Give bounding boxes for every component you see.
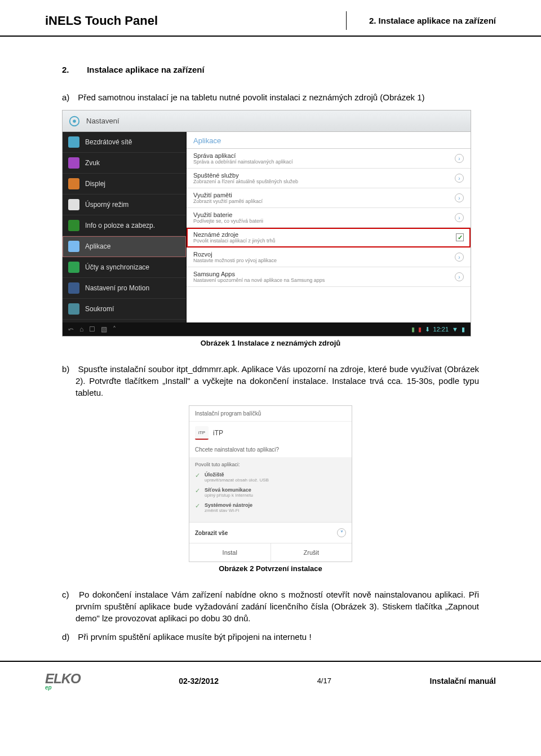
sidebar-item-label: Účty a synchronizace (85, 263, 149, 271)
sidebar-item-icon (68, 178, 79, 189)
sidebar-item-icon (68, 262, 79, 273)
sidebar-item[interactable]: Nastavení pro Motion (63, 278, 186, 299)
settings-option[interactable]: Správa aplikacíSpráva a odebírání nainst… (187, 149, 471, 169)
page-footer: ELKO ep 02-32/2012 4/17 Instalační manuá… (0, 661, 541, 696)
svg-point-1 (73, 120, 76, 123)
footer-code: 02-32/2012 (179, 677, 219, 686)
download-icon: ⬇ (425, 326, 430, 333)
settings-option[interactable]: RozvojNastavte možnosti pro vývoj aplika… (187, 247, 471, 267)
screenshot-install-confirm: Instalační program balíčků iTP iTP Chcet… (189, 405, 352, 562)
battery-icon: ▮ (418, 326, 422, 333)
show-all-row[interactable]: Zobrazit vše ˅ (189, 522, 352, 543)
check-icon: ✓ (195, 472, 200, 483)
list-item-d: d) Při prvním spuštění aplikace musíte b… (76, 631, 479, 643)
settings-option[interactable]: Neznámé zdrojePovolit instalaci aplikací… (187, 228, 471, 247)
sidebar-item[interactable]: Bezdrátové sítě (63, 132, 186, 153)
install-button[interactable]: Instal (189, 543, 270, 562)
settings-option[interactable]: Spuštěné službyZobrazení a řízení aktuál… (187, 169, 471, 188)
app-icon: iTP (195, 426, 209, 440)
screenshot-icon[interactable]: ▧ (101, 325, 107, 333)
chevron-right-icon: › (455, 253, 464, 262)
signal-icon: ▮ (411, 326, 415, 333)
battery-level-icon: ▮ (462, 326, 465, 333)
sidebar-item-label: Zvuk (85, 159, 100, 167)
chevron-right-icon: › (455, 213, 464, 222)
sidebar-item[interactable]: Displej (63, 174, 186, 194)
logo: ELKO ep (45, 671, 81, 691)
sidebar-item-icon (68, 157, 79, 169)
permissions-header: Povolit tuto aplikaci: (195, 462, 346, 467)
recent-icon[interactable]: ☐ (89, 325, 95, 333)
sidebar-item[interactable]: Účty a synchronizace (63, 257, 186, 278)
screenshot-settings: Nastavení Bezdrátové sítěZvukDisplejÚspo… (62, 110, 471, 337)
sidebar-item-icon (68, 282, 79, 294)
settings-panel-header: Aplikace (187, 132, 471, 149)
chevron-right-icon: › (455, 193, 464, 202)
sidebar-item-icon (68, 220, 79, 231)
footer-page: 4/17 (317, 677, 331, 685)
cancel-button[interactable]: Zrušit (270, 543, 352, 562)
app-name: iTP (213, 429, 223, 437)
install-question: Chcete nainstalovat tuto aplikaci? (189, 444, 352, 457)
sidebar-item-label: Nastavení pro Motion (85, 284, 149, 292)
list-item-c: c) Po dokončení instalace Vám zařízení n… (76, 589, 479, 624)
sidebar-item-label: Úsporný režim (85, 201, 128, 209)
settings-title: Nastavení (86, 117, 119, 125)
sidebar-item-icon (68, 303, 79, 315)
sidebar-item[interactable]: Zvuk (63, 153, 186, 174)
section-title-text: Instalace aplikace na zařízení (87, 65, 204, 74)
chevron-right-icon: › (455, 154, 464, 163)
settings-option[interactable]: Využití pamětiZobrazit využití paměti ap… (187, 188, 471, 208)
settings-sidebar: Bezdrátové sítěZvukDisplejÚsporný režimI… (63, 132, 187, 322)
section-number: 2. (62, 65, 85, 74)
check-icon: ✓ (195, 502, 200, 513)
header-title-right: 2. Instalace aplikace na zařízení (346, 11, 496, 30)
section-heading: 2. Instalace aplikace na zařízení (62, 65, 479, 74)
sidebar-item[interactable]: Info o poloze a zabezp. (63, 215, 186, 236)
gear-icon (68, 115, 81, 127)
sidebar-item[interactable]: Soukromí (63, 299, 186, 320)
page-header: iNELS Touch Panel 2. Instalace aplikace … (0, 0, 541, 37)
permission-item: ✓Úložištěupravit/smazat obsah úlož. USB (195, 472, 346, 483)
installer-window-title: Instalační program balíčků (189, 406, 352, 422)
checkbox-checked-icon[interactable]: ✓ (456, 233, 464, 241)
chevron-down-icon: ˅ (337, 528, 346, 537)
header-title-left: iNELS Touch Panel (45, 14, 158, 28)
sidebar-item-label: Soukromí (85, 305, 114, 313)
sidebar-item-icon (68, 199, 79, 210)
chevron-right-icon: › (455, 174, 464, 183)
sidebar-item-icon (68, 241, 79, 252)
up-icon[interactable]: ˄ (113, 325, 116, 333)
back-icon[interactable]: ⤺ (68, 325, 74, 333)
permission-item: ✓Systémové nástrojezměnit stav Wi-Fi (195, 502, 346, 513)
chevron-right-icon: › (455, 272, 464, 281)
sidebar-item[interactable]: Úložiště (63, 320, 186, 322)
list-item-a: a) Před samotnou instalací je na tabletu… (76, 91, 479, 103)
android-statusbar: ⤺ ⌂ ☐ ▧ ˄ ▮ ▮ ⬇ 12:21 ▼ ▮ (63, 322, 471, 336)
sidebar-item-label: Aplikace (85, 242, 110, 250)
settings-option[interactable]: Využití bateriePodívejte se, co využívá … (187, 208, 471, 228)
list-item-b: b) Spusťte instalační soubor itpt_ddmmrr… (76, 363, 479, 399)
sidebar-item[interactable]: Aplikace (63, 236, 186, 257)
check-icon: ✓ (195, 487, 200, 498)
sidebar-item-label: Info o poloze a zabezp. (85, 222, 155, 229)
home-icon[interactable]: ⌂ (79, 325, 83, 333)
permission-item: ✓Síťová komunikaceúplný přístup k Intern… (195, 487, 346, 498)
status-time: 12:21 (433, 326, 449, 333)
sidebar-item-icon (68, 136, 79, 148)
sidebar-item[interactable]: Úsporný režim (63, 194, 186, 215)
figure-2-caption: Obrázek 2 Potvrzení instalace (62, 564, 479, 573)
sidebar-item-label: Displej (85, 180, 105, 188)
sidebar-item-label: Bezdrátové sítě (85, 138, 132, 146)
settings-option[interactable]: Samsung AppsNastavení upozornění na nové… (187, 267, 471, 287)
footer-manual: Instalační manuál (430, 677, 496, 686)
figure-1-caption: Obrázek 1 Instalace z neznámých zdrojů (62, 339, 479, 347)
wifi-icon: ▼ (452, 326, 458, 333)
